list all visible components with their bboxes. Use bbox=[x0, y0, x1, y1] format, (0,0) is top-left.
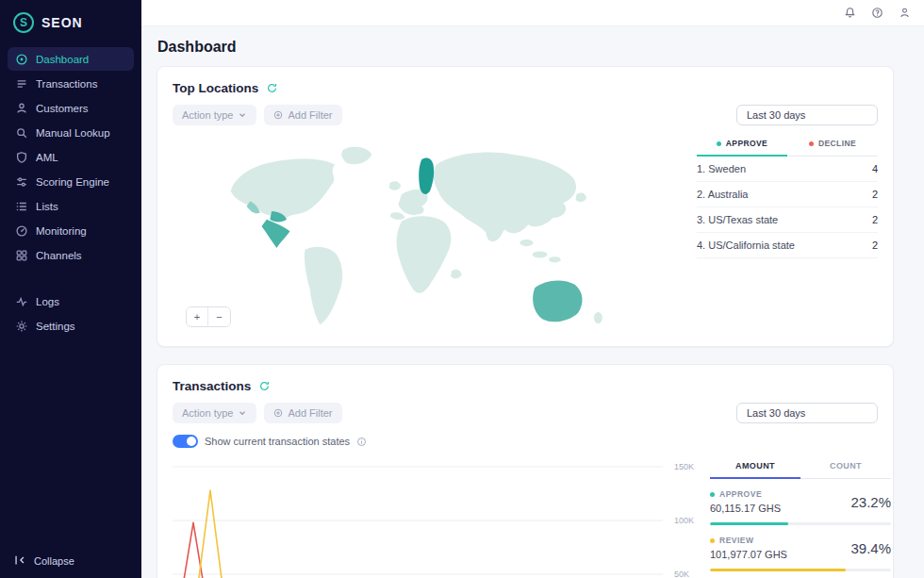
brand: S SEON bbox=[0, 0, 141, 42]
locations-tabs: APPROVE DECLINE bbox=[697, 133, 878, 157]
transactions-panel: AMOUNT COUNT APPROVE 60,115.17 GHS 23.2% bbox=[710, 455, 891, 578]
location-value: 2 bbox=[872, 214, 878, 225]
sidebar-item-label: Monitoring bbox=[36, 225, 87, 237]
stat-label: REVIEW bbox=[719, 536, 754, 545]
top-locations-card: Top Locations Action type Add Filter Las… bbox=[157, 66, 894, 347]
review-dot-icon bbox=[710, 538, 715, 543]
location-row: 3. US/Texas state 2 bbox=[697, 207, 878, 233]
sidebar-divider bbox=[0, 268, 141, 289]
lists-icon bbox=[15, 200, 28, 213]
chevron-down-icon bbox=[238, 110, 247, 120]
stat-progress-bar bbox=[710, 569, 891, 571]
info-icon[interactable] bbox=[356, 437, 367, 447]
account-user-icon[interactable] bbox=[899, 7, 911, 19]
action-type-dropdown[interactable]: Action type bbox=[173, 105, 256, 125]
sidebar-item-label: Scoring Engine bbox=[36, 176, 109, 188]
help-icon[interactable] bbox=[871, 7, 883, 19]
sidebar-item-aml[interactable]: AML bbox=[8, 145, 134, 169]
add-filter-label: Add Filter bbox=[288, 109, 332, 121]
sidebar-item-label: Settings bbox=[36, 321, 75, 332]
tab-count[interactable]: COUNT bbox=[800, 455, 891, 479]
transaction-states-toggle[interactable] bbox=[173, 435, 198, 448]
sidebar-item-logs[interactable]: Logs bbox=[8, 289, 134, 313]
location-value: 2 bbox=[872, 239, 878, 251]
plus-circle-icon bbox=[273, 408, 283, 418]
tab-decline-label: DECLINE bbox=[818, 139, 856, 148]
sidebar-item-manual-lookup[interactable]: Manual Lookup bbox=[8, 121, 134, 144]
date-range-value: Last 30 days bbox=[747, 109, 805, 121]
stat-review: REVIEW 101,977.07 GHS 39.4% bbox=[710, 525, 891, 571]
sidebar-collapse-button[interactable]: Collapse bbox=[0, 553, 88, 569]
tab-decline[interactable]: DECLINE bbox=[787, 133, 878, 157]
sidebar: S SEON Dashboard Transactions Customers … bbox=[0, 0, 141, 578]
stat-label: APPROVE bbox=[719, 489, 762, 499]
sidebar-nav: Dashboard Transactions Customers Manual … bbox=[0, 42, 141, 342]
sidebar-item-lists[interactable]: Lists bbox=[8, 194, 134, 218]
page-title: Dashboard bbox=[157, 39, 924, 56]
main-content: Dashboard Top Locations Action type Add … bbox=[141, 26, 924, 578]
sidebar-item-label: Lists bbox=[36, 201, 58, 212]
sidebar-item-settings[interactable]: Settings bbox=[8, 314, 134, 338]
toggle-label: Show current transaction states bbox=[205, 436, 350, 447]
map-zoom-out-button[interactable]: − bbox=[208, 307, 230, 326]
channels-icon bbox=[15, 249, 28, 262]
stat-percent: 39.4% bbox=[850, 540, 891, 556]
transactions-title: Transactions bbox=[173, 379, 251, 393]
svg-text:150K: 150K bbox=[674, 462, 694, 471]
sidebar-item-scoring-engine[interactable]: Scoring Engine bbox=[8, 170, 134, 193]
refresh-icon[interactable] bbox=[266, 82, 278, 94]
transactions-chart-area: 150K100K50K bbox=[173, 455, 710, 578]
stat-approve: APPROVE 60,115.17 GHS 23.2% bbox=[710, 479, 891, 525]
stat-percent: 23.2% bbox=[850, 494, 891, 510]
logs-pulse-icon bbox=[15, 295, 28, 308]
notifications-bell-icon[interactable] bbox=[844, 7, 856, 19]
map-region-sweden bbox=[419, 158, 434, 194]
refresh-icon[interactable] bbox=[258, 380, 271, 392]
brand-name: SEON bbox=[41, 15, 83, 30]
location-row: 4. US/California state 2 bbox=[697, 233, 878, 258]
approve-dot-icon bbox=[710, 492, 715, 497]
svg-text:100K: 100K bbox=[674, 516, 694, 525]
dashboard-icon bbox=[15, 53, 28, 66]
location-name: 3. US/Texas state bbox=[697, 214, 778, 225]
sidebar-item-label: Customers bbox=[36, 103, 89, 114]
tab-amount[interactable]: AMOUNT bbox=[710, 455, 800, 479]
map-zoom-in-button[interactable]: + bbox=[187, 307, 208, 326]
sidebar-item-monitoring[interactable]: Monitoring bbox=[8, 219, 134, 242]
date-range-select[interactable]: Last 30 days bbox=[736, 105, 878, 125]
svg-text:50K: 50K bbox=[674, 570, 689, 578]
date-range-select[interactable]: Last 30 days bbox=[736, 403, 878, 423]
location-row: 1. Sweden 4 bbox=[697, 157, 878, 182]
transactions-card: Transactions Action type Add Filter Last… bbox=[157, 364, 894, 578]
location-name: 2. Australia bbox=[697, 189, 748, 200]
collapse-label: Collapse bbox=[34, 555, 74, 567]
decline-dot-icon bbox=[809, 141, 814, 146]
manual-lookup-icon bbox=[15, 126, 28, 140]
tab-approve-label: APPROVE bbox=[726, 139, 767, 148]
map-zoom-controls: + − bbox=[186, 306, 231, 327]
transactions-icon bbox=[15, 77, 28, 91]
sidebar-item-label: Dashboard bbox=[36, 54, 89, 65]
add-filter-button[interactable]: Add Filter bbox=[264, 403, 341, 423]
sidebar-item-label: AML bbox=[36, 152, 58, 163]
sidebar-item-channels[interactable]: Channels bbox=[8, 243, 134, 267]
add-filter-label: Add Filter bbox=[288, 407, 332, 419]
customers-icon bbox=[15, 102, 28, 115]
transactions-tabs: AMOUNT COUNT bbox=[710, 455, 891, 479]
topbar bbox=[141, 0, 924, 26]
sidebar-item-customers[interactable]: Customers bbox=[8, 96, 134, 120]
date-range-value: Last 30 days bbox=[747, 407, 805, 419]
action-type-dropdown[interactable]: Action type bbox=[173, 403, 256, 423]
top-locations-title: Top Locations bbox=[173, 81, 258, 95]
action-type-label: Action type bbox=[182, 407, 233, 419]
sidebar-item-dashboard[interactable]: Dashboard bbox=[8, 47, 134, 71]
tab-approve[interactable]: APPROVE bbox=[697, 133, 787, 157]
sidebar-item-label: Transactions bbox=[36, 78, 97, 90]
add-filter-button[interactable]: Add Filter bbox=[264, 105, 341, 125]
location-name: 1. Sweden bbox=[697, 163, 746, 174]
sidebar-item-transactions[interactable]: Transactions bbox=[8, 72, 134, 95]
sliders-icon bbox=[15, 175, 28, 189]
world-map[interactable]: + − bbox=[173, 133, 697, 333]
collapse-icon bbox=[13, 553, 26, 569]
map-region-australia bbox=[533, 280, 582, 322]
